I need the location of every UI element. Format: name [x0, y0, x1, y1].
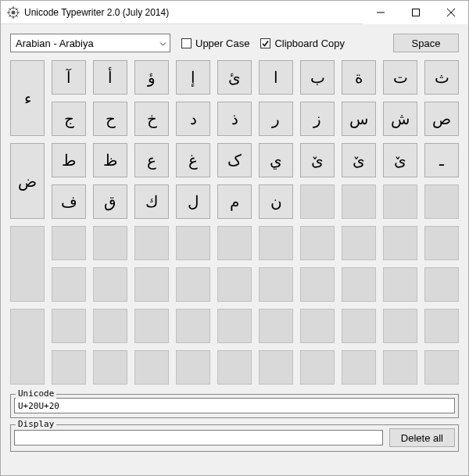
- char-key[interactable]: ێ: [342, 143, 376, 177]
- char-key[interactable]: ل: [176, 184, 210, 219]
- blank-key: [259, 267, 293, 302]
- blank-key: [217, 309, 252, 343]
- app-icon: [7, 6, 20, 19]
- char-key[interactable]: ء: [10, 60, 45, 136]
- char-key[interactable]: ع: [134, 143, 169, 177]
- char-key[interactable]: ج: [52, 102, 86, 136]
- char-key[interactable]: ي: [259, 143, 293, 177]
- char-key[interactable]: ض: [10, 143, 45, 219]
- upper-case-checkbox[interactable]: Upper Case: [181, 38, 249, 49]
- blank-key: [259, 309, 293, 343]
- character-grid: ءآأؤإئابةتثجحخدذرزسشصضطظعغکيێێێـفقكلمن: [10, 60, 459, 385]
- unicode-input[interactable]: [14, 398, 455, 413]
- char-key[interactable]: ط: [52, 143, 86, 177]
- app-window: Unicode Typewriter 2.0 (July 2014) Arabi…: [0, 0, 469, 476]
- blank-key: [342, 184, 376, 219]
- char-key[interactable]: ئ: [217, 60, 252, 95]
- blank-key: [93, 350, 127, 385]
- checkbox-box: [181, 38, 192, 48]
- upper-case-label: Upper Case: [195, 38, 249, 49]
- blank-key: [383, 350, 417, 385]
- char-key[interactable]: ف: [52, 184, 86, 219]
- display-input[interactable]: [14, 430, 383, 446]
- char-key[interactable]: ا: [259, 60, 293, 95]
- blank-key: [259, 350, 293, 385]
- char-key[interactable]: ح: [93, 102, 127, 136]
- language-select-value: Arabian - Arabiya: [16, 38, 94, 49]
- blank-key: [383, 226, 417, 260]
- char-key[interactable]: س: [342, 102, 376, 136]
- char-key[interactable]: ش: [383, 102, 417, 136]
- char-key[interactable]: ذ: [217, 102, 252, 136]
- char-key[interactable]: ؤ: [134, 60, 169, 95]
- language-select[interactable]: Arabian - Arabiya: [10, 34, 170, 52]
- blank-key: [176, 350, 210, 385]
- close-button[interactable]: [433, 1, 468, 24]
- char-key[interactable]: ێ: [300, 143, 335, 177]
- blank-key: [342, 267, 376, 302]
- char-key[interactable]: خ: [134, 102, 169, 136]
- char-key[interactable]: ک: [217, 143, 252, 177]
- char-key[interactable]: ـ: [424, 143, 459, 177]
- blank-key: [424, 226, 459, 260]
- char-key[interactable]: ث: [424, 60, 459, 95]
- maximize-button[interactable]: [398, 1, 433, 24]
- blank-key: [52, 350, 86, 385]
- blank-key: [134, 309, 169, 343]
- clipboard-copy-checkbox[interactable]: Clipboard Copy: [260, 38, 345, 49]
- blank-key: [176, 267, 210, 302]
- blank-key: [217, 226, 252, 260]
- char-key[interactable]: ة: [342, 60, 376, 95]
- char-key[interactable]: إ: [176, 60, 210, 95]
- char-key[interactable]: د: [176, 102, 210, 136]
- char-key[interactable]: ن: [259, 184, 293, 219]
- window-controls: [363, 1, 468, 24]
- blank-key: [10, 309, 45, 385]
- blank-key: [300, 267, 335, 302]
- char-key[interactable]: ظ: [93, 143, 127, 177]
- char-key[interactable]: م: [217, 184, 252, 219]
- char-key[interactable]: ق: [93, 184, 127, 219]
- blank-key: [52, 267, 86, 302]
- display-fieldset: Display Delete all: [10, 424, 459, 452]
- toolbar-row: Arabian - Arabiya Upper Case Clipboard C…: [10, 34, 459, 52]
- blank-key: [300, 226, 335, 260]
- blank-key: [342, 309, 376, 343]
- char-key[interactable]: ك: [134, 184, 169, 219]
- blank-key: [383, 309, 417, 343]
- char-key[interactable]: ب: [300, 60, 335, 95]
- blank-key: [52, 226, 86, 260]
- blank-key: [134, 267, 169, 302]
- blank-key: [93, 226, 127, 260]
- char-key[interactable]: ر: [259, 102, 293, 136]
- space-button[interactable]: Space: [393, 34, 459, 52]
- display-label: Display: [16, 419, 56, 429]
- blank-key: [10, 226, 45, 302]
- titlebar: Unicode Typewriter 2.0 (July 2014): [1, 1, 468, 24]
- char-key[interactable]: ز: [300, 102, 335, 136]
- delete-all-button[interactable]: Delete all: [389, 428, 455, 447]
- char-key[interactable]: ص: [424, 102, 459, 136]
- blank-key: [383, 267, 417, 302]
- char-key[interactable]: أ: [93, 60, 127, 95]
- blank-key: [134, 226, 169, 260]
- clipboard-copy-label: Clipboard Copy: [274, 38, 345, 49]
- char-key[interactable]: ێ: [383, 143, 417, 177]
- svg-point-1: [12, 10, 16, 14]
- char-key[interactable]: غ: [176, 143, 210, 177]
- checkbox-box: [260, 38, 270, 48]
- blank-key: [424, 350, 459, 385]
- blank-key: [259, 226, 293, 260]
- blank-key: [383, 184, 417, 219]
- blank-key: [176, 309, 210, 343]
- minimize-button[interactable]: [363, 1, 398, 24]
- chevron-down-icon: [159, 38, 166, 49]
- blank-key: [300, 350, 335, 385]
- char-key[interactable]: ت: [383, 60, 417, 95]
- unicode-fieldset: Unicode: [10, 394, 459, 418]
- char-key[interactable]: آ: [52, 60, 86, 95]
- blank-key: [300, 184, 335, 219]
- blank-key: [424, 267, 459, 302]
- blank-key: [217, 267, 252, 302]
- blank-key: [342, 226, 376, 260]
